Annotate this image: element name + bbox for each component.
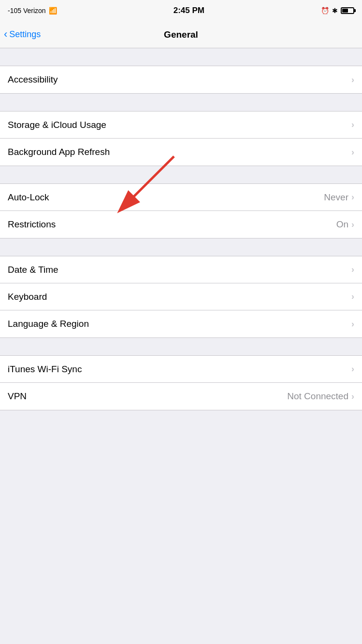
accessibility-chevron-icon: › (351, 75, 354, 85)
autolock-label: Auto-Lock (8, 192, 49, 203)
language-region-chevron-icon: › (351, 319, 354, 329)
status-bar: -105 Verizon 📶 2:45 PM ⏰ ✱ (0, 0, 362, 21)
itunes-vpn-group: iTunes Wi-Fi Sync › VPN Not Connected › (0, 355, 362, 410)
date-time-chevron-icon: › (351, 265, 354, 275)
section-gap-4 (0, 238, 362, 256)
keyboard-chevron-icon: › (351, 292, 354, 302)
status-carrier: -105 Verizon 📶 (8, 7, 57, 14)
status-icons: ⏰ ✱ (321, 7, 354, 14)
date-time-row[interactable]: Date & Time › (0, 256, 362, 283)
storage-right: › (351, 120, 354, 130)
section-gap-1 (0, 48, 362, 66)
accessibility-row[interactable]: Accessibility › (0, 66, 362, 93)
autolock-chevron-icon: › (351, 192, 354, 202)
vpn-right: Not Connected › (287, 391, 354, 402)
background-app-chevron-icon: › (351, 147, 354, 157)
vpn-label: VPN (8, 391, 27, 402)
keyboard-row[interactable]: Keyboard › (0, 283, 362, 310)
accessibility-group: Accessibility › (0, 66, 362, 94)
autolock-value: Never (324, 192, 348, 203)
bottom-padding (0, 410, 362, 449)
carrier-text: -105 Verizon (8, 7, 46, 14)
restrictions-chevron-icon: › (351, 220, 354, 230)
accessibility-right: › (351, 75, 354, 85)
restrictions-right: On › (336, 219, 354, 230)
language-region-label: Language & Region (8, 319, 89, 329)
restrictions-value: On (336, 219, 348, 230)
storage-row[interactable]: Storage & iCloud Usage › (0, 112, 362, 139)
status-time: 2:45 PM (174, 6, 204, 15)
date-time-label: Date & Time (8, 265, 58, 275)
language-region-right: › (351, 319, 354, 329)
background-app-row[interactable]: Background App Refresh › (0, 139, 362, 166)
accessibility-label: Accessibility (8, 74, 58, 85)
date-keyboard-language-group: Date & Time › Keyboard › Language & Regi… (0, 256, 362, 338)
page-title: General (164, 29, 198, 40)
keyboard-right: › (351, 292, 354, 302)
back-button[interactable]: ‹ Settings (4, 29, 41, 40)
itunes-wifi-label: iTunes Wi-Fi Sync (8, 364, 82, 375)
itunes-wifi-right: › (351, 364, 354, 374)
restrictions-row[interactable]: Restrictions On › (0, 211, 362, 238)
autolock-row[interactable]: Auto-Lock Never › (0, 184, 362, 211)
date-time-right: › (351, 265, 354, 275)
storage-label: Storage & iCloud Usage (8, 120, 106, 130)
wifi-icon: 📶 (49, 7, 57, 14)
autolock-right: Never › (324, 192, 354, 203)
section-gap-5 (0, 338, 362, 355)
storage-group: Storage & iCloud Usage › Background App … (0, 111, 362, 166)
keyboard-label: Keyboard (8, 292, 47, 302)
background-app-right: › (351, 147, 354, 157)
battery-icon (341, 7, 354, 14)
back-label: Settings (9, 29, 41, 40)
language-region-row[interactable]: Language & Region › (0, 310, 362, 337)
storage-chevron-icon: › (351, 120, 354, 130)
itunes-wifi-chevron-icon: › (351, 364, 354, 374)
itunes-wifi-row[interactable]: iTunes Wi-Fi Sync › (0, 356, 362, 383)
navigation-bar: ‹ Settings General (0, 21, 362, 48)
battery-fill (342, 9, 348, 13)
vpn-chevron-icon: › (351, 392, 354, 402)
restrictions-label: Restrictions (8, 219, 56, 230)
vpn-row[interactable]: VPN Not Connected › (0, 383, 362, 410)
back-chevron-icon: ‹ (4, 29, 7, 40)
section-gap-3 (0, 166, 362, 183)
vpn-value: Not Connected (287, 391, 348, 402)
section-gap-2 (0, 94, 362, 111)
bluetooth-icon: ✱ (332, 7, 338, 14)
alarm-icon: ⏰ (321, 7, 329, 14)
autolock-restrictions-group: Auto-Lock Never › Restrictions On › (0, 183, 362, 238)
background-app-label: Background App Refresh (8, 147, 110, 157)
